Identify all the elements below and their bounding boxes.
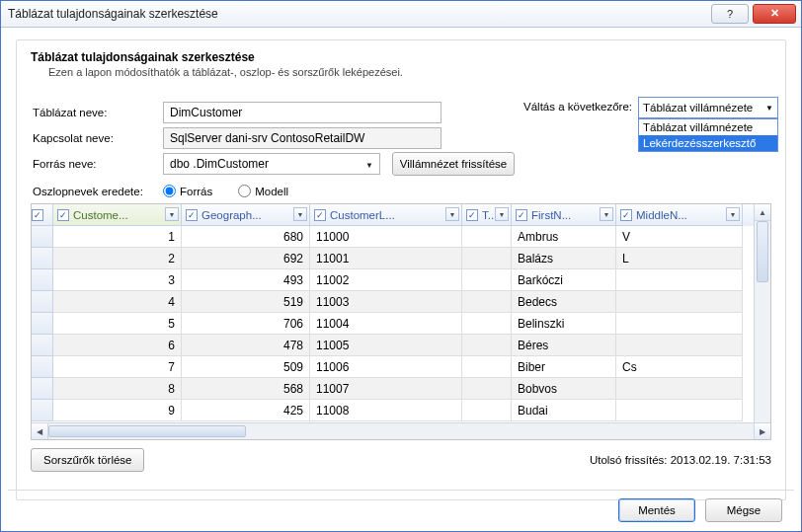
cell[interactable]: 692 [182,248,310,269]
table-row[interactable]: 168011000AmbrusV [32,226,754,248]
cancel-button[interactable]: Mégse [705,498,782,522]
select-all-checkbox[interactable]: ✓ [32,209,43,221]
switch-option-query[interactable]: Lekérdezésszerkesztő [639,135,777,151]
table-row[interactable]: 942511008Budai [32,400,754,421]
radio-model[interactable]: Modell [238,185,288,197]
cell[interactable]: Budai [512,400,616,421]
scroll-thumb[interactable] [48,425,246,437]
table-row[interactable]: 349311002Barkóczi [32,269,754,291]
row-header[interactable] [32,356,53,378]
cell[interactable]: 1 [53,226,182,248]
cell[interactable] [462,269,512,291]
table-row[interactable]: 570611004Belinszki [32,313,754,335]
cell[interactable] [462,313,512,335]
cell[interactable] [462,335,512,356]
cell[interactable] [616,269,743,291]
grid-corner[interactable]: ✓ [32,204,53,226]
cell[interactable]: 11001 [310,248,462,269]
cell[interactable]: Biber [512,356,616,378]
scroll-up-icon[interactable]: ▲ [755,204,770,221]
cell[interactable] [616,378,743,400]
cell[interactable] [616,291,743,313]
cell[interactable]: 493 [182,269,310,291]
row-header[interactable] [32,269,53,291]
cell[interactable]: 568 [182,378,310,400]
clear-row-filters-button[interactable]: Sorszűrők törlése [31,448,144,472]
cell[interactable] [462,356,512,378]
cell[interactable]: 478 [182,335,310,356]
cell[interactable]: 11005 [310,335,462,356]
cell[interactable]: 11008 [310,400,462,421]
table-name-input[interactable]: DimCustomer [163,102,441,123]
source-name-combo[interactable]: dbo .DimCustomer ▼ [163,153,380,175]
cell[interactable]: 425 [182,400,310,421]
cell[interactable]: 11007 [310,378,462,400]
cell[interactable] [462,400,512,421]
row-header[interactable] [32,248,53,269]
row-header[interactable] [32,226,53,248]
cell[interactable] [616,313,743,335]
cell[interactable]: Ambrus [512,226,616,248]
help-button[interactable]: ? [711,4,749,24]
table-row[interactable]: 269211001BalázsL [32,248,754,269]
row-header[interactable] [32,313,53,335]
cell[interactable] [616,335,743,356]
filter-icon[interactable]: ▼ [726,207,740,221]
cell[interactable]: 2 [53,248,182,269]
radio-model-input[interactable] [238,185,251,197]
table-row[interactable]: 451911003Bedecs [32,291,754,313]
cell[interactable]: V [616,226,743,248]
filter-icon[interactable]: ▼ [445,207,459,221]
table-row[interactable]: 647811005Béres [32,335,754,356]
cell[interactable]: Béres [512,335,616,356]
cell[interactable] [462,248,512,269]
cell[interactable]: 3 [53,269,182,291]
cell[interactable]: 7 [53,356,182,378]
cell[interactable]: Bedecs [512,291,616,313]
scroll-thumb[interactable] [757,221,768,282]
radio-source[interactable]: Forrás [163,185,212,197]
cell[interactable]: 4 [53,291,182,313]
cell[interactable] [616,400,743,421]
cell[interactable]: 11004 [310,313,462,335]
close-button[interactable]: ✕ [753,4,796,24]
radio-source-input[interactable] [163,185,176,197]
cell[interactable]: Bobvos [512,378,616,400]
table-row[interactable]: 856811007Bobvos [32,378,754,400]
scroll-right-icon[interactable]: ▶ [754,423,770,439]
cell[interactable]: 519 [182,291,310,313]
col-header-t[interactable]: ✓T...▼ [462,204,512,226]
save-button[interactable]: Mentés [618,498,695,522]
switch-option-table[interactable]: Táblázat villámnézete [639,119,777,135]
cell[interactable]: 6 [53,335,182,356]
row-header[interactable] [32,335,53,356]
scroll-left-icon[interactable]: ◀ [32,423,48,439]
cell[interactable]: Balázs [512,248,616,269]
cell[interactable]: Barkóczi [512,269,616,291]
cell[interactable]: 680 [182,226,310,248]
row-header[interactable] [32,378,53,400]
col-header-middlename[interactable]: ✓MiddleN...▼ [616,204,743,226]
cell[interactable]: 9 [53,400,182,421]
cell[interactable]: Belinszki [512,313,616,335]
cell[interactable]: L [616,248,743,269]
cell[interactable] [462,291,512,313]
col-header-geography[interactable]: ✓Geograph...▼ [182,204,310,226]
horizontal-scrollbar[interactable]: ◀ ▶ [32,422,770,439]
table-row[interactable]: 750911006BiberCs [32,356,754,378]
filter-icon[interactable]: ▼ [495,207,509,221]
switch-view-combo[interactable]: Táblázat villámnézete ▼ Táblázat villámn… [638,97,778,152]
cell[interactable]: 8 [53,378,182,400]
cell[interactable]: 11006 [310,356,462,378]
cell[interactable]: 11002 [310,269,462,291]
row-header[interactable] [32,291,53,313]
cell[interactable]: 706 [182,313,310,335]
cell[interactable] [462,378,512,400]
col-header-customer[interactable]: ✓Custome...▼ [53,204,182,226]
cell[interactable]: 11003 [310,291,462,313]
filter-icon[interactable]: ▼ [600,207,613,221]
cell[interactable]: Cs [616,356,743,378]
cell[interactable] [462,226,512,248]
filter-icon[interactable]: ▼ [165,207,179,221]
row-header[interactable] [32,400,53,421]
